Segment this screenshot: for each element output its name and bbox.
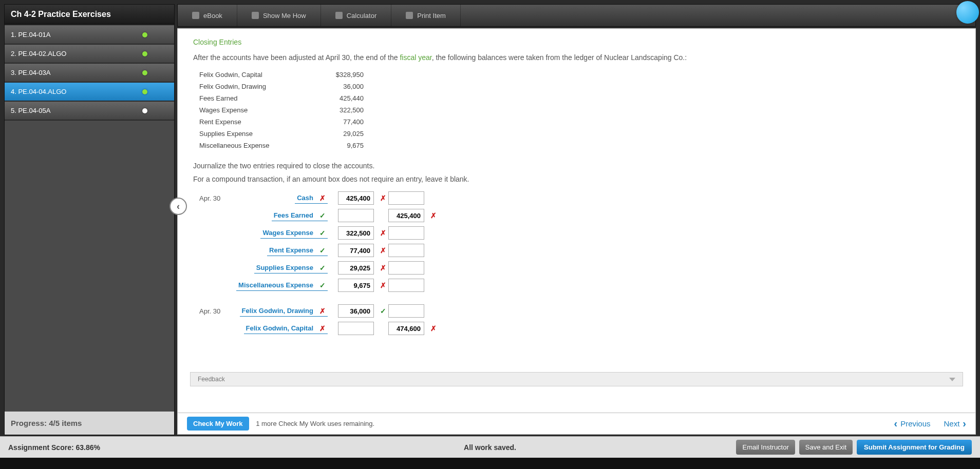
email-instructor-button[interactable]: Email Instructor [736, 440, 795, 455]
account-selector[interactable]: Rent Expense ✓ [267, 245, 328, 256]
feedback-label: Feedback [198, 376, 225, 383]
debit-input[interactable] [338, 244, 374, 257]
balance-value: 36,000 [317, 83, 364, 90]
intro-text: After the accounts have been adjusted at… [193, 53, 955, 62]
balance-row: Rent Expense77,400 [199, 116, 955, 128]
feedback-toggle[interactable]: Feedback [190, 372, 963, 386]
credit-input[interactable] [388, 322, 424, 335]
status-dot-icon [142, 32, 147, 37]
credit-input[interactable] [388, 191, 424, 205]
balance-label: Wages Expense [199, 106, 317, 114]
check-my-work-button[interactable]: Check My Work [187, 417, 249, 431]
debit-input[interactable] [338, 261, 374, 275]
toolbar-calculator[interactable]: Calculator [321, 5, 392, 26]
credit-input[interactable] [388, 279, 424, 292]
content-area[interactable]: Closing Entries After the accounts have … [177, 28, 976, 413]
journal-row: Rent Expense ✓✗ [199, 243, 955, 258]
check-remaining-text: 1 more Check My Work uses remaining. [256, 420, 374, 427]
credit-input[interactable] [388, 261, 424, 275]
toolbar-ebook[interactable]: eBook [178, 5, 237, 26]
section-heading: Closing Entries [193, 38, 955, 46]
video-icon [252, 12, 259, 19]
check-icon: ✓ [319, 211, 326, 220]
journal-entry-1: Apr. 30Cash ✗✗Fees Earned ✓✗Wages Expens… [199, 190, 955, 293]
sidebar-item-0[interactable]: 1. PE.04-01A [5, 26, 174, 45]
sidebar: Ch 4-2 Practice Exercises 1. PE.04-01A2.… [4, 4, 175, 435]
account-selector[interactable]: Supplies Expense ✓ [254, 263, 328, 273]
balance-row: Supplies Expense29,025 [199, 128, 955, 140]
credit-input[interactable] [388, 304, 424, 318]
account-selector[interactable]: Cash ✗ [295, 193, 328, 204]
help-bubble-icon[interactable] [956, 1, 979, 24]
balance-value: 9,675 [317, 142, 364, 149]
progress-label: Progress: [11, 419, 47, 427]
save-status: All work saved. [464, 443, 516, 452]
check-icon: ✓ [380, 307, 386, 315]
balance-value: 322,500 [317, 106, 364, 114]
balance-value: $328,950 [317, 71, 364, 79]
save-and-exit-button[interactable]: Save and Exit [799, 440, 853, 455]
credit-input[interactable] [388, 226, 424, 240]
chevron-down-icon [949, 378, 955, 381]
account-selector[interactable]: Miscellaneous Expense ✓ [236, 280, 328, 291]
book-icon [192, 12, 199, 19]
credit-input[interactable] [388, 209, 424, 222]
debit-input[interactable] [338, 226, 374, 240]
sidebar-item-2[interactable]: 3. PE.04-03A [5, 64, 174, 83]
print-icon [406, 12, 413, 19]
journal-row: Miscellaneous Expense ✓✗ [199, 278, 955, 293]
account-selector[interactable]: Fees Earned ✓ [272, 210, 328, 221]
x-icon: ✗ [430, 211, 437, 220]
x-icon: ✗ [319, 324, 326, 333]
chevron-right-icon: › [963, 418, 966, 429]
toolbar-show-me-how[interactable]: Show Me How [237, 5, 321, 26]
collapse-sidebar-button[interactable]: ‹ [169, 198, 187, 215]
debit-input[interactable] [338, 322, 374, 335]
account-selector[interactable]: Felix Godwin, Drawing ✗ [240, 306, 328, 317]
balance-label: Miscellaneous Expense [199, 142, 317, 149]
balance-row: Miscellaneous Expense9,675 [199, 140, 955, 151]
account-selector[interactable]: Wages Expense ✓ [260, 228, 328, 239]
sidebar-item-4[interactable]: 5. PE.04-05A [5, 102, 174, 121]
x-icon: ✗ [380, 194, 386, 202]
progress-area: Progress: 4/5 items [5, 412, 174, 435]
sidebar-item-label: 2. PE.04-02.ALGO [11, 50, 66, 57]
status-dot-icon [142, 108, 147, 113]
journal-date: Apr. 30 [199, 307, 225, 315]
account-selector[interactable]: Felix Godwin, Capital ✗ [244, 323, 328, 334]
instruction-1: Journalize the two entries required to c… [193, 162, 955, 170]
sidebar-item-label: 4. PE.04-04.ALGO [11, 88, 66, 95]
balance-row: Wages Expense322,500 [199, 104, 955, 116]
balance-label: Felix Godwin, Capital [199, 71, 317, 79]
sidebar-item-1[interactable]: 2. PE.04-02.ALGO [5, 45, 174, 64]
toolbar-print-item[interactable]: Print Item [391, 5, 461, 26]
debit-input[interactable] [338, 279, 374, 292]
x-icon: ✗ [380, 281, 386, 289]
balance-value: 425,440 [317, 94, 364, 102]
balance-label: Supplies Expense [199, 130, 317, 138]
debit-input[interactable] [338, 209, 374, 222]
submit-assignment-button[interactable]: Submit Assignment for Grading [857, 440, 972, 455]
debit-input[interactable] [338, 191, 374, 205]
balance-row: Felix Godwin, Capital$328,950 [199, 69, 955, 81]
instruction-2: For a compound transaction, if an amount… [193, 175, 955, 183]
browser-strip [0, 458, 980, 469]
x-icon: ✗ [380, 229, 386, 237]
sidebar-item-3[interactable]: 4. PE.04-04.ALGO [5, 83, 174, 102]
previous-button[interactable]: ‹Previous [894, 418, 930, 429]
debit-input[interactable] [338, 304, 374, 318]
balance-row: Fees Earned425,440 [199, 92, 955, 104]
progress-value: 4/5 items [49, 419, 82, 427]
sidebar-item-label: 1. PE.04-01A [11, 31, 50, 38]
calculator-icon [335, 12, 343, 19]
fiscal-year-link[interactable]: fiscal year [400, 53, 431, 62]
check-icon: ✓ [319, 246, 326, 255]
next-button[interactable]: Next› [944, 418, 966, 429]
journal-row: Supplies Expense ✓✗ [199, 260, 955, 276]
x-icon: ✗ [319, 307, 326, 315]
journal-row: Apr. 30Cash ✗✗ [199, 190, 955, 206]
x-icon: ✗ [380, 246, 386, 255]
credit-input[interactable] [388, 244, 424, 257]
status-bar: Assignment Score: 63.86% All work saved.… [0, 436, 980, 458]
assignment-score: Assignment Score: 63.86% [8, 443, 100, 452]
